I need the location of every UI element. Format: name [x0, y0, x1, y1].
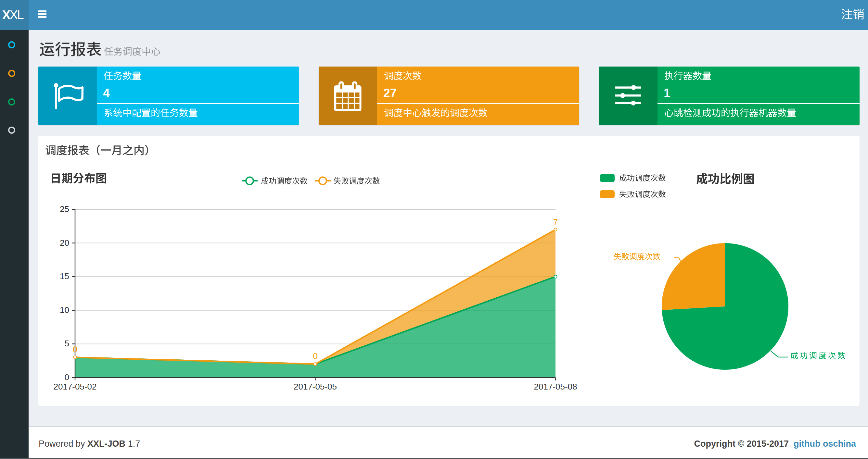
- svg-text:7: 7: [553, 217, 558, 227]
- svg-text:0: 0: [65, 372, 69, 382]
- svg-text:0: 0: [313, 351, 317, 361]
- svg-text:25: 25: [60, 204, 69, 214]
- svg-text:0: 0: [73, 345, 77, 354]
- svg-text:10: 10: [60, 305, 69, 315]
- svg-text:2017-05-05: 2017-05-05: [294, 382, 337, 392]
- svg-text:20: 20: [60, 238, 69, 248]
- svg-text:2017-05-08: 2017-05-08: [534, 382, 577, 392]
- svg-text:15: 15: [60, 271, 69, 281]
- svg-text:5: 5: [65, 338, 69, 348]
- svg-text:2017-05-02: 2017-05-02: [54, 382, 97, 392]
